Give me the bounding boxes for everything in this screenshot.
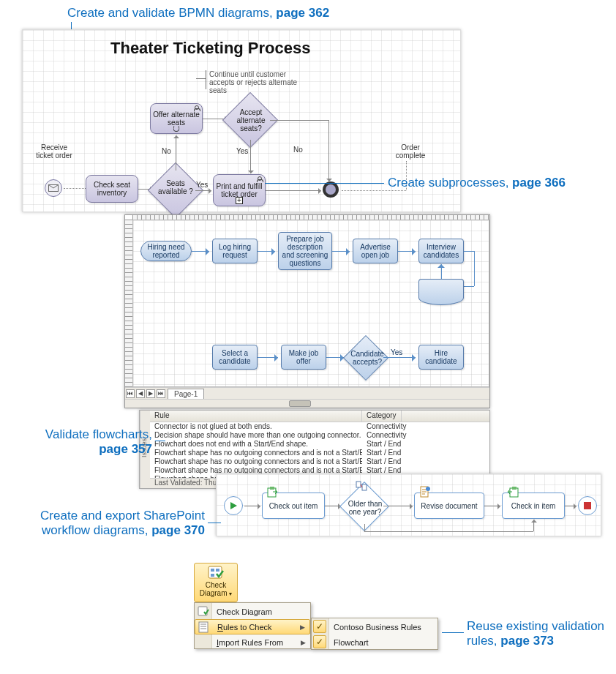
menu-item-rules-to-check[interactable]: RRules to Checkules to Check ▶: [195, 619, 310, 634]
issue-row[interactable]: Connector is not glued at both ends.Conn…: [150, 422, 489, 431]
document-icon: [419, 486, 431, 498]
connector: [383, 357, 416, 358]
col-category-header[interactable]: Category: [362, 411, 402, 422]
callout-text2: workflow diagrams,: [42, 523, 151, 537]
box-log-request[interactable]: Log hiring request: [212, 239, 258, 263]
task-print-fulfill[interactable]: Print and fulfill ticket order +: [213, 174, 266, 206]
svg-rect-2: [356, 482, 361, 487]
start-event[interactable]: [45, 179, 62, 197]
col-rule-header[interactable]: Rule: [150, 411, 362, 422]
connector-seg: [474, 251, 475, 286]
bpmn-title: Theater Ticketing Process: [110, 39, 311, 58]
rule-text: Flowchart shape has no outgoing connecto…: [150, 449, 362, 457]
callout-page: page 362: [276, 6, 329, 20]
box-revise-document[interactable]: Revise document: [414, 493, 484, 519]
play-icon: [229, 501, 238, 510]
edge-no: No: [162, 147, 171, 155]
scrollbar-thumb[interactable]: [289, 400, 311, 407]
task-offer-alternate[interactable]: Offer alternate seats: [150, 103, 203, 134]
end-event[interactable]: [323, 181, 339, 198]
page-tab-bar: ⏮ ◀ ▶ ⏭ Page-1: [125, 387, 489, 399]
task-check-seat-inventory[interactable]: Check seat inventory: [86, 175, 138, 203]
bpmn-annotation: Continue until customer accepts or rejec…: [206, 70, 308, 89]
page-tab[interactable]: Page-1: [168, 389, 204, 399]
nav-prev-button[interactable]: ◀: [136, 389, 145, 398]
callout-line: [265, 183, 384, 184]
start-event-label: Receive ticket order: [36, 143, 72, 160]
check-diagram-icon: [207, 565, 225, 581]
issue-row[interactable]: Flowchart shape has no outgoing connecto…: [150, 449, 489, 457]
dropdown-menu: Check Diagram RRules to Checkules to Che…: [194, 602, 311, 649]
connector-seg: [464, 251, 474, 252]
decision-label: Older than one year?: [344, 500, 386, 516]
connector: [244, 506, 260, 506]
box-check-in-item[interactable]: Check in item: [502, 493, 565, 519]
loop-icon: [173, 125, 180, 132]
check-diagram-small-icon: [198, 606, 209, 618]
box-interview[interactable]: Interview candidates: [418, 239, 464, 263]
rules-list-icon: [198, 621, 210, 633]
issues-rows: Connector is not glued at both ends.Conn…: [150, 422, 489, 478]
check-diagram-button[interactable]: Check Diagram ▾: [194, 563, 238, 602]
svg-rect-9: [211, 569, 214, 572]
nav-next-button[interactable]: ▶: [146, 389, 155, 398]
box-prepare-job[interactable]: Prepare job description and screening qu…: [278, 232, 332, 270]
category-text: Connectivity: [362, 431, 406, 440]
connector: [326, 357, 344, 358]
submenu-label: Flowchart: [334, 638, 369, 647]
callout-line: [155, 441, 165, 441]
message-flow: [64, 188, 86, 189]
issue-row[interactable]: Flowchart shape has no outgoing connecto…: [150, 457, 489, 466]
btn-line2: Diagram: [200, 589, 228, 597]
menu-item-check-diagram[interactable]: Check Diagram: [195, 604, 310, 619]
issue-row[interactable]: Flowchart does not end with a Start/End …: [150, 440, 489, 449]
workflow-end[interactable]: [578, 496, 597, 515]
callout-text: Create and validate BPMN diagrams,: [67, 6, 276, 20]
envelope-icon: [48, 184, 59, 192]
box-select-candidate[interactable]: Select a candidate: [212, 345, 258, 370]
callout-reuse: Reuse existing validation rules, page 37…: [467, 619, 613, 649]
connector: [250, 140, 251, 173]
box-make-offer[interactable]: Make job offer: [281, 345, 326, 370]
document-shape[interactable]: [418, 279, 464, 305]
svg-rect-11: [211, 574, 214, 577]
checkout-icon: [267, 486, 279, 498]
category-text: Connectivity: [362, 422, 406, 431]
annotation-text: Continue until customer accepts or rejec…: [209, 70, 297, 94]
svg-point-5: [426, 487, 430, 491]
box-advertise[interactable]: Advertise open job: [353, 239, 398, 263]
menu-item-import-rules[interactable]: Import Rules From ▶: [195, 634, 310, 650]
callout-subprocess: Create subprocesses, page 366: [388, 176, 566, 190]
connector: [266, 190, 321, 191]
terminator-hiring-need[interactable]: Hiring need reported: [140, 241, 192, 261]
svg-rect-10: [216, 569, 219, 572]
hiring-canvas[interactable]: Hiring need reported Log hiring request …: [132, 220, 489, 387]
callout-page: page 366: [512, 176, 566, 190]
nav-last-button[interactable]: ⏭: [157, 389, 165, 398]
callout-page: page 370: [151, 523, 205, 537]
connector: [328, 120, 329, 181]
svg-rect-13: [199, 622, 208, 632]
submenu-item-flowchart[interactable]: ✓ Flowchart: [312, 634, 437, 650]
label: Check out item: [269, 502, 318, 510]
ruler-vertical: [125, 220, 132, 387]
issue-row[interactable]: Decision shape should have more than one…: [150, 431, 489, 440]
nav-first-button[interactable]: ⏮: [126, 389, 135, 398]
callout-text: Reuse existing validation: [467, 619, 613, 634]
workflow-start[interactable]: [224, 496, 243, 515]
rule-text: Connector is not glued at both ends.: [150, 422, 362, 431]
label: Prepare job description and screening qu…: [281, 235, 329, 267]
menu-label: Check Diagram: [217, 607, 272, 616]
box-check-out-item[interactable]: Check out item: [262, 493, 325, 519]
label: Log hiring request: [215, 243, 255, 259]
subprocess-plus-icon[interactable]: +: [236, 197, 243, 204]
horizontal-scrollbar[interactable]: [125, 399, 489, 408]
user-task-icon: [257, 176, 263, 182]
connector: [383, 506, 413, 506]
connector-seg: [364, 531, 533, 532]
label: Advertise open job: [356, 243, 395, 259]
svg-rect-7: [584, 502, 591, 509]
user-task-icon: [194, 105, 200, 111]
box-hire-candidate[interactable]: Hire candidate: [418, 345, 464, 370]
submenu-item-contoso[interactable]: ✓ Contoso Business Rules: [312, 619, 437, 634]
